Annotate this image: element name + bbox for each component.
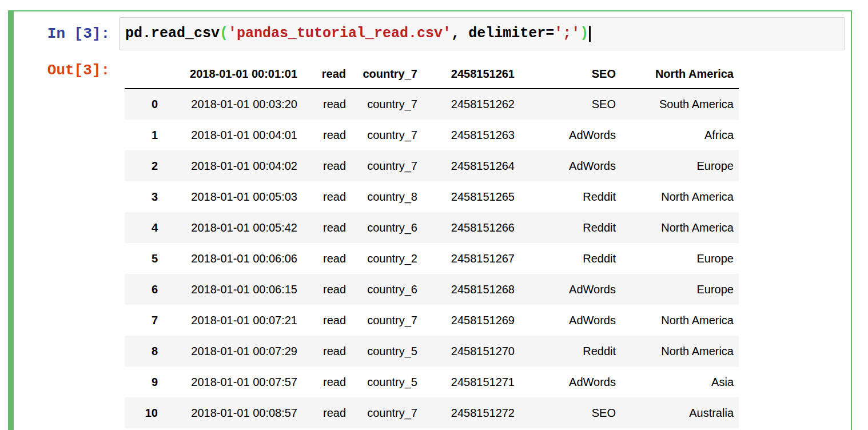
table-cell: 2018-01-01 00:04:01	[163, 120, 302, 150]
table-cell: Europe	[621, 150, 739, 181]
table-cell: Reddit	[520, 212, 621, 243]
table-row: 72018-01-01 00:07:21readcountry_72458151…	[125, 305, 739, 336]
table-cell: country_5	[351, 367, 423, 397]
table-header-row: 2018-01-01 00:01:01readcountry_724581512…	[125, 60, 739, 89]
table-cell: AdWords	[520, 305, 621, 336]
table-row: 12018-01-01 00:04:01readcountry_72458151…	[125, 120, 739, 150]
table-cell: country_7	[351, 305, 423, 336]
table-row: 92018-01-01 00:07:57readcountry_52458151…	[125, 367, 739, 397]
table-cell: 2018-01-01 00:07:29	[163, 336, 302, 367]
table-cell: country_7	[351, 397, 423, 428]
table-cell: country_7	[351, 89, 423, 120]
row-index-cell: 5	[125, 243, 163, 274]
code-token-bracket: (	[220, 25, 228, 42]
table-cell: 2458151272	[423, 397, 520, 428]
table-cell: North America	[621, 212, 739, 243]
table-cell: country_7	[351, 150, 423, 181]
table-cell: 2018-01-01 00:06:15	[163, 274, 302, 305]
table-cell: 2018-01-01 00:07:57	[163, 367, 302, 397]
table-cell: AdWords	[520, 150, 621, 181]
table-cell: 2018-01-01 00:04:02	[163, 150, 302, 181]
table-cell: 2018-01-01 00:05:03	[163, 181, 302, 212]
table-cell: AdWords	[520, 274, 621, 305]
table-cell: 2458151263	[423, 120, 520, 150]
table-cell: 2458151269	[423, 305, 520, 336]
row-index-cell: 8	[125, 336, 163, 367]
table-cell: Asia	[621, 367, 739, 397]
row-index-cell: 6	[125, 274, 163, 305]
table-cell: country_2	[351, 243, 423, 274]
table-row: 102018-01-01 00:08:57readcountry_7245815…	[125, 397, 739, 428]
table-cell: Europe	[621, 274, 739, 305]
table-cell: read	[302, 336, 351, 367]
cell-output-row: Out[3]: 2018-01-01 00:01:01readcountry_7…	[14, 60, 851, 428]
table-cell: 2018-01-01 00:05:42	[163, 212, 302, 243]
table-cell: North America	[621, 336, 739, 367]
row-index-cell: 9	[125, 367, 163, 397]
header-cell: country_7	[351, 60, 423, 89]
code-editor[interactable]: pd.read_csv('pandas_tutorial_read.csv', …	[119, 17, 845, 50]
table-row: 22018-01-01 00:04:02readcountry_72458151…	[125, 150, 739, 181]
code-token-code: , delimiter=	[451, 25, 554, 42]
table-cell: read	[302, 397, 351, 428]
table-row: 82018-01-01 00:07:29readcountry_52458151…	[125, 336, 739, 367]
code-token-string: ';'	[554, 25, 580, 42]
dataframe-table: 2018-01-01 00:01:01readcountry_724581512…	[125, 60, 739, 428]
table-cell: Africa	[621, 120, 739, 150]
text-cursor	[589, 26, 591, 42]
table-cell: read	[302, 150, 351, 181]
table-row: 32018-01-01 00:05:03readcountry_82458151…	[125, 181, 739, 212]
table-cell: read	[302, 274, 351, 305]
code-line[interactable]: pd.read_csv('pandas_tutorial_read.csv', …	[125, 25, 839, 42]
table-cell: read	[302, 367, 351, 397]
output-prompt: Out[3]:	[14, 60, 119, 79]
input-prompt: In [3]:	[14, 17, 119, 42]
table-cell: North America	[621, 181, 739, 212]
table-row: 52018-01-01 00:06:06readcountry_22458151…	[125, 243, 739, 274]
table-cell: read	[302, 89, 351, 120]
table-row: 62018-01-01 00:06:15readcountry_62458151…	[125, 274, 739, 305]
notebook-cell[interactable]: In [3]: pd.read_csv('pandas_tutorial_rea…	[8, 10, 852, 430]
row-index-cell: 1	[125, 120, 163, 150]
header-cell: read	[302, 60, 351, 89]
table-cell: country_5	[351, 336, 423, 367]
table-cell: read	[302, 120, 351, 150]
table-cell: Reddit	[520, 181, 621, 212]
row-index-cell: 2	[125, 150, 163, 181]
table-cell: read	[302, 243, 351, 274]
table-cell: 2458151266	[423, 212, 520, 243]
table-cell: 2458151262	[423, 89, 520, 120]
code-token-string: 'pandas_tutorial_read.csv'	[228, 25, 451, 42]
table-cell: Reddit	[520, 336, 621, 367]
row-index-cell: 0	[125, 89, 163, 120]
table-cell: Reddit	[520, 243, 621, 274]
table-cell: SEO	[520, 397, 621, 428]
row-index-cell: 3	[125, 181, 163, 212]
header-cell: 2458151261	[423, 60, 520, 89]
table-cell: read	[302, 181, 351, 212]
table-cell: 2458151267	[423, 243, 520, 274]
table-cell: Europe	[621, 243, 739, 274]
row-index-cell: 4	[125, 212, 163, 243]
table-cell: country_7	[351, 120, 423, 150]
row-index-cell: 10	[125, 397, 163, 428]
table-cell: South America	[621, 89, 739, 120]
table-cell: 2458151268	[423, 274, 520, 305]
table-cell: SEO	[520, 89, 621, 120]
table-cell: read	[302, 305, 351, 336]
table-cell: AdWords	[520, 120, 621, 150]
cell-input-row: In [3]: pd.read_csv('pandas_tutorial_rea…	[14, 17, 851, 50]
row-index-cell: 7	[125, 305, 163, 336]
table-cell: country_6	[351, 212, 423, 243]
table-cell: AdWords	[520, 367, 621, 397]
table-cell: 2458151271	[423, 367, 520, 397]
table-cell: read	[302, 212, 351, 243]
table-row: 42018-01-01 00:05:42readcountry_62458151…	[125, 212, 739, 243]
table-cell: country_8	[351, 181, 423, 212]
table-cell: 2458151264	[423, 150, 520, 181]
header-cell: 2018-01-01 00:01:01	[163, 60, 302, 89]
header-cell: SEO	[520, 60, 621, 89]
table-cell: 2458151265	[423, 181, 520, 212]
table-cell: North America	[621, 305, 739, 336]
table-row: 02018-01-01 00:03:20readcountry_72458151…	[125, 89, 739, 120]
